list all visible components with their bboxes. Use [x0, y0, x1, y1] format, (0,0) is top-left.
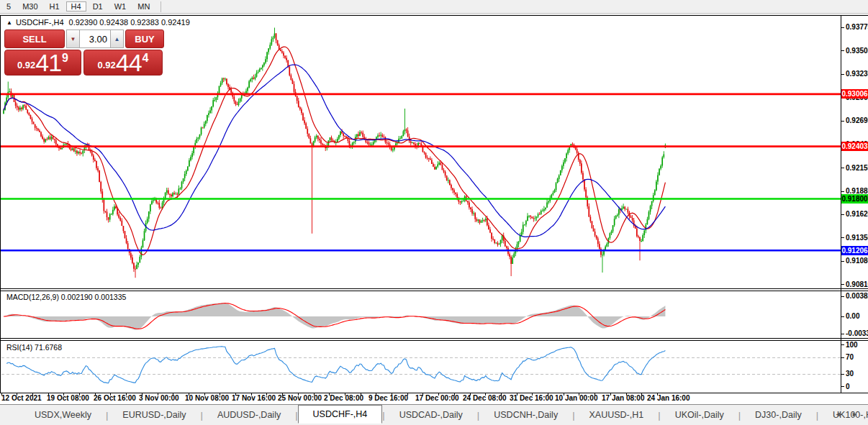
timeframe-toolbar: 5M30H1H4D1W1MN: [0, 0, 868, 14]
bid-prefix: 0.92: [17, 60, 35, 70]
bid-big-digits: 41: [35, 52, 61, 73]
tab-usdchf-h4[interactable]: USDCHF-,H4: [298, 405, 383, 424]
ask-price-box[interactable]: 0.92 44 4: [83, 50, 163, 76]
timeframe-h1[interactable]: H1: [45, 1, 65, 12]
sell-button[interactable]: SELL: [4, 29, 65, 48]
one-click-trading-widget: SELL ▼ ▲ BUY 0.92 41 9 0.92 44 4: [4, 29, 164, 76]
macd-label: MACD(12,26,9) 0.002190 0.001335: [6, 293, 126, 301]
tab-dj30-daily[interactable]: DJ30-,Daily: [741, 406, 816, 424]
chart-title: ▲USDCHF-,H40.92390 0.92438 0.92383 0.924…: [6, 18, 190, 27]
chart-symbol-period: USDCHF-,H4: [16, 18, 64, 27]
bid-price-box[interactable]: 0.92 41 9: [4, 50, 81, 76]
collapse-arrow-icon[interactable]: ▲: [6, 19, 12, 26]
tab-usdcad-daily[interactable]: USDCAD-,Daily: [385, 406, 477, 424]
volume-stepper: ▼ ▲: [66, 29, 124, 48]
tab-usdx-weekly[interactable]: USDX,Weekly: [20, 406, 106, 424]
timeframe-mn[interactable]: MN: [132, 1, 155, 12]
ask-pipette: 4: [143, 55, 149, 62]
tab-audusd-daily[interactable]: AUDUSD-,Daily: [203, 406, 295, 424]
timeframe-m30[interactable]: M30: [17, 1, 42, 12]
toolbar-separator: [161, 1, 161, 12]
volume-decrease-button[interactable]: ▼: [66, 29, 79, 48]
bid-pipette: 9: [62, 55, 68, 62]
ask-prefix: 0.92: [97, 60, 115, 70]
tab-ukoil-daily[interactable]: UKOil-,Daily: [661, 406, 738, 424]
buy-button[interactable]: BUY: [125, 29, 164, 48]
volume-input[interactable]: [79, 29, 111, 48]
volume-increase-button[interactable]: ▲: [111, 29, 124, 48]
timeframe-buttons-anchor: 5M30H1H4D1W1MN: [1, 1, 156, 12]
symbol-tab-bar: USDX,Weekly|EURUSD-,Daily|AUDUSD-,Daily|…: [0, 404, 868, 425]
timeframe-d1[interactable]: D1: [88, 1, 108, 12]
tab-usdcnh-daily[interactable]: USDCNH-,Daily: [479, 406, 572, 424]
timeframe-w1[interactable]: W1: [109, 1, 132, 12]
timeframe-5[interactable]: 5: [1, 1, 16, 12]
tab-xauusd-h1[interactable]: XAUUSD-,H1: [575, 406, 659, 424]
timeframe-h4[interactable]: H4: [66, 1, 86, 12]
chart-ohlc-values: 0.92390 0.92438 0.92383 0.92419: [69, 18, 190, 27]
tab-eurusd-daily[interactable]: EURUSD-,Daily: [108, 406, 200, 424]
rsi-label: RSI(14) 71.6768: [6, 343, 62, 352]
tab-scroll-arrows[interactable]: ◄ ►: [835, 411, 862, 418]
ask-big-digits: 44: [116, 52, 142, 73]
